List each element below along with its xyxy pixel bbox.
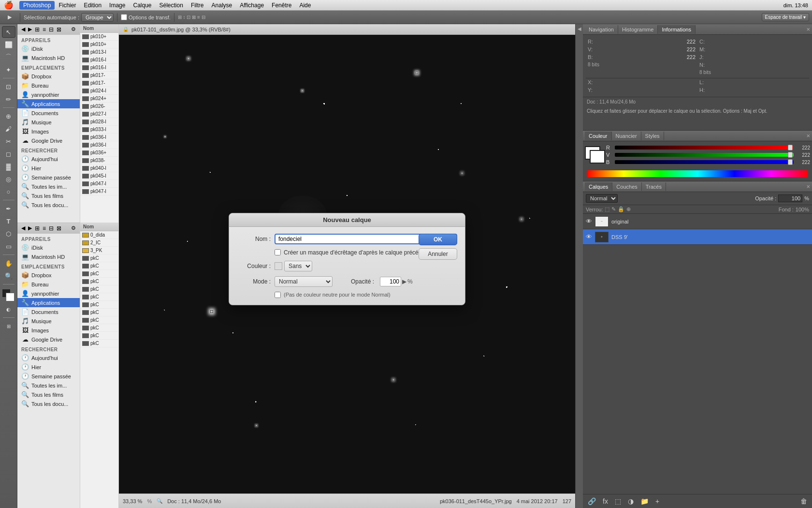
file-item-pkc7[interactable]: pkC: [80, 301, 118, 309]
finder2-item-applications[interactable]: 🔧 Applications: [17, 298, 80, 307]
file-item-0-didar[interactable]: 0_dida: [80, 231, 118, 239]
finder-item-images[interactable]: 🖼 Images: [17, 127, 80, 136]
file-item[interactable]: pk036-l: [80, 141, 118, 149]
finder-forward-btn-2[interactable]: ▶: [28, 225, 32, 232]
dialog-couleur-select[interactable]: Sans: [284, 261, 312, 271]
file-item[interactable]: pk036+: [80, 149, 118, 157]
dialog-ok-button[interactable]: OK: [419, 234, 457, 245]
finder-action-btn[interactable]: ⚙: [71, 26, 76, 33]
file-item[interactable]: pk017-: [80, 79, 118, 87]
finder-item-dropbox[interactable]: 📦 Dropbox: [17, 72, 80, 81]
tool-path[interactable]: ⬡: [2, 228, 15, 239]
slider-b-thumb[interactable]: [788, 159, 793, 165]
finder2-item-hier[interactable]: 🕐 Hier: [17, 362, 80, 372]
menu-aide[interactable]: Aide: [295, 1, 315, 10]
layer-row-original[interactable]: 👁 ~ original: [583, 214, 812, 229]
tool-text[interactable]: T: [2, 215, 15, 227]
finder2-item-dropbox[interactable]: 📦 Dropbox: [17, 270, 80, 280]
finder2-item-musique[interactable]: 🎵 Musique: [17, 316, 80, 326]
file-item-pkc9[interactable]: pkC: [80, 316, 118, 324]
tool-marquee[interactable]: ⬜: [2, 39, 15, 50]
finder-item-documents[interactable]: 📄 Documents: [17, 108, 80, 118]
finder2-item-yannpothier[interactable]: 👤 yannpothier: [17, 289, 80, 298]
file-item[interactable]: pk047-l: [80, 188, 118, 195]
panel-icon-nav[interactable]: ◀: [578, 26, 581, 31]
finder-icon-view-btn-2[interactable]: ⊞: [35, 225, 40, 232]
file-item-3-pk[interactable]: 3_PK: [80, 247, 118, 254]
panel-close-btn[interactable]: ×: [806, 26, 810, 33]
file-item-pkc2[interactable]: pkC: [80, 262, 118, 270]
finder-item-musique[interactable]: 🎵 Musique: [17, 118, 80, 127]
finder2-item-mac-hd[interactable]: 💻 Macintosh HD: [17, 252, 80, 261]
finder2-item-semaine[interactable]: 🕐 Semaine passée: [17, 372, 80, 381]
tool-brush[interactable]: 🖌: [2, 123, 15, 134]
lock-icon-2[interactable]: ✎: [611, 206, 616, 212]
file-item-pkc4[interactable]: pkC: [80, 278, 118, 285]
layer-fx-btn[interactable]: fx: [601, 496, 610, 506]
finder2-item-bureau[interactable]: 📁 Bureau: [17, 280, 80, 289]
file-item[interactable]: pk038-: [80, 157, 118, 164]
layers-mode-select[interactable]: Normal: [586, 194, 618, 203]
finder-action-btn-2[interactable]: ⚙: [71, 225, 76, 232]
file-item[interactable]: pk033-l: [80, 126, 118, 134]
menu-image[interactable]: Image: [105, 1, 129, 10]
workspace-btn[interactable]: Espace de travail ▾: [762, 13, 810, 21]
finder-back-btn[interactable]: ◀: [21, 26, 25, 33]
slider-r-track[interactable]: [615, 146, 794, 149]
file-item-pkc6[interactable]: pkC: [80, 293, 118, 301]
finder2-item-toutes-images[interactable]: 🔍 Toutes les im...: [17, 381, 80, 390]
file-item[interactable]: pk024-l: [80, 87, 118, 95]
menu-filtre[interactable]: Filtre: [187, 1, 208, 10]
slider-b-track[interactable]: [615, 160, 794, 164]
finder-item-toutes-images[interactable]: 🔍 Toutes les im...: [17, 182, 80, 191]
finder-item-hier[interactable]: 🕐 Hier: [17, 164, 80, 173]
apple-menu[interactable]: 🍎: [4, 0, 14, 10]
options-transf-checkbox[interactable]: [121, 14, 127, 20]
tool-quick-mask[interactable]: ◐: [2, 303, 15, 315]
layers-panel-close-btn[interactable]: ×: [806, 183, 810, 190]
finder-item-macintosh-hd[interactable]: 💻 Macintosh HD: [17, 53, 80, 62]
finder2-item-tous-docs[interactable]: 🔍 Tous les docu...: [17, 399, 80, 408]
file-item-pkc11[interactable]: pkC: [80, 332, 118, 340]
menu-photoshop[interactable]: Photoshop: [19, 1, 55, 10]
finder-item-tous-docs[interactable]: 🔍 Tous les docu...: [17, 200, 80, 209]
tool-gradient[interactable]: ▓: [2, 161, 15, 172]
color-spectrum[interactable]: [587, 170, 808, 177]
tool-screen-mode[interactable]: ⊞: [2, 320, 15, 332]
lock-icon-1[interactable]: ⬚: [605, 206, 609, 212]
file-item-pkc1[interactable]: pkC: [80, 254, 118, 262]
file-item-pkc8[interactable]: pkC: [80, 309, 118, 316]
layer-vis-original[interactable]: 👁: [586, 218, 592, 225]
file-item[interactable]: pk024+: [80, 95, 118, 103]
tool-crop[interactable]: ⊡: [2, 81, 15, 92]
background-swatch[interactable]: [590, 150, 605, 164]
finder-item-yannpothier[interactable]: 👤 yannpothier: [17, 90, 80, 99]
tool-eyedropper[interactable]: ✏: [2, 93, 15, 105]
finder-item-applications[interactable]: 🔧 Applications: [17, 99, 80, 108]
finder-item-bureau[interactable]: 📁 Bureau: [17, 81, 80, 90]
layers-opacity-input[interactable]: [778, 194, 802, 202]
tab-couches[interactable]: Couches: [612, 182, 641, 191]
finder-forward-btn[interactable]: ▶: [28, 26, 32, 33]
file-item-pkc10[interactable]: pkC: [80, 324, 118, 332]
file-item[interactable]: pk036-l: [80, 134, 118, 141]
tool-zoom[interactable]: 🔍: [2, 270, 15, 282]
file-item-pkc3[interactable]: pkC: [80, 270, 118, 278]
background-color[interactable]: [6, 293, 14, 301]
menu-fenetre[interactable]: Fenêtre: [268, 1, 295, 10]
finder2-item-tous-films[interactable]: 🔍 Tous les films: [17, 390, 80, 399]
file-item-2-ic[interactable]: 2_IC: [80, 239, 118, 247]
file-item[interactable]: pk010+: [80, 41, 118, 48]
tool-eraser[interactable]: ◻: [2, 148, 15, 160]
dialog-opacity-stepper[interactable]: ▶: [402, 278, 406, 285]
dialog-opacity-input[interactable]: [380, 277, 401, 286]
layer-delete-btn[interactable]: 🗑: [798, 496, 809, 506]
tool-clone[interactable]: ✂: [2, 135, 15, 147]
tool-dodge[interactable]: ○: [2, 186, 15, 197]
tool-heal[interactable]: ⊕: [2, 110, 15, 122]
finder-back-btn-2[interactable]: ◀: [21, 225, 25, 232]
tool-hand[interactable]: ✋: [2, 257, 15, 269]
menu-fichier[interactable]: Fichier: [55, 1, 80, 10]
file-item[interactable]: pk016-l: [80, 64, 118, 72]
finder-icon-view-btn[interactable]: ⊞: [35, 26, 40, 33]
